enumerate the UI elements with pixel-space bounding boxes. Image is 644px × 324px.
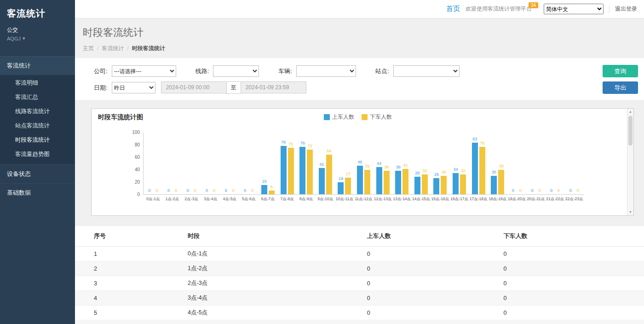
x-axis-label: 4点-5点 <box>223 197 236 202</box>
table-cell: 0 <box>499 291 644 306</box>
y-axis-tick: 60 <box>125 155 140 160</box>
bar-group: 0019点-20点 <box>507 133 527 194</box>
scrollbar-thumb[interactable] <box>628 116 632 145</box>
bar-group: 837617点-18点 <box>469 133 488 194</box>
bar-value-label: 38 <box>384 165 389 169</box>
language-select[interactable]: 简体中文 <box>544 4 604 14</box>
bar: 38 <box>395 171 401 194</box>
bar-value-label: 0 <box>187 188 189 193</box>
table-header-row: 序号 时段 上车人数 下车人数 <box>75 226 644 247</box>
bar: 76 <box>299 147 305 194</box>
bar-value-label: 0 <box>577 188 579 193</box>
bar-value-label: 0 <box>558 188 560 193</box>
export-button[interactable]: 导出 <box>603 81 638 94</box>
date-label: 日期: <box>94 84 108 92</box>
bar: 75 <box>288 148 294 194</box>
app-title: 客流统计 <box>0 0 75 21</box>
x-axis-label: 6点-7点 <box>261 197 275 202</box>
sidebar-item[interactable]: 时段客流统计 <box>0 133 75 147</box>
chart-panel: 时段车流统计图 上车人数下车人数 020406080100000点-1点001点… <box>91 108 634 216</box>
vehicle-select[interactable] <box>296 65 356 77</box>
station-select[interactable] <box>393 65 460 77</box>
sidebar-section-1[interactable]: 设备状态 <box>0 164 75 183</box>
sidebar-item[interactable]: 客流明细 <box>0 76 75 90</box>
bar-value-label: 39 <box>499 164 504 168</box>
breadcrumb-separator: / <box>97 45 98 52</box>
bar-group: 42649点-10点 <box>316 133 335 194</box>
company-select[interactable]: ---请选择--- <box>112 65 176 77</box>
date-to-input[interactable] <box>241 81 306 93</box>
sidebar-item[interactable]: 客流汇总 <box>0 90 75 104</box>
logout-link[interactable]: 退出登录 <box>609 5 637 13</box>
bar-group: 343216点-17点 <box>450 133 469 194</box>
bar: 72 <box>307 150 313 194</box>
table-cell: 4 <box>75 291 183 306</box>
table-cell: 5点-6点 <box>183 320 362 324</box>
table-cell: 0点-1点 <box>183 247 362 261</box>
bar-group: 463911点-12点 <box>354 133 374 194</box>
scroll-down-icon[interactable]: ▼ <box>627 209 633 215</box>
bar-group: 384113点-14点 <box>392 133 412 194</box>
bar-value-label: 19 <box>339 176 343 181</box>
bar-group: 78757点-8点 <box>277 133 297 194</box>
table-cell: 0 <box>362 276 499 291</box>
line-select[interactable] <box>213 65 259 77</box>
sidebar-section-0[interactable]: 客流统计 <box>0 56 75 75</box>
sidebar: 客流统计 公交 AQGJ ▾ 客流统计客流明细客流汇总线路客流统计站点客流统计时… <box>0 0 75 324</box>
bar-value-label: 30 <box>492 170 496 174</box>
bar-group: 443812点-13点 <box>373 133 392 194</box>
chart-scrollbar[interactable]: ▲ ▼ <box>627 109 633 215</box>
bar: 83 <box>472 143 478 194</box>
legend-label: 上车人数 <box>332 113 354 121</box>
bar-value-label: 0 <box>244 188 246 193</box>
breadcrumb-section[interactable]: 客流统计 <box>102 45 124 52</box>
bar-group: 000点-1点 <box>144 133 163 194</box>
bar-value-label: 0 <box>531 188 533 193</box>
x-axis-label: 2点-3点 <box>184 197 198 202</box>
date-preset-select[interactable]: 昨日 <box>112 82 155 93</box>
sidebar-section-2[interactable]: 基础数据 <box>0 183 75 202</box>
bar-group: 1566点-7点 <box>259 133 278 194</box>
x-axis-label: 9点-10点 <box>317 197 333 202</box>
bar-group: 003点-4点 <box>201 133 220 194</box>
table-cell: 0 <box>499 276 644 291</box>
topbar: 首页 欢迎使用客流统计管理平台34 简体中文 退出登录 <box>75 0 644 18</box>
x-axis-label: 0点-1点 <box>146 197 160 202</box>
sidebar-submenu: 客流明细客流汇总线路客流统计站点客流统计时段客流统计客流量趋势图 <box>0 75 75 164</box>
bar: 39 <box>498 170 504 194</box>
sidebar-item[interactable]: 客流量趋势图 <box>0 147 75 162</box>
x-axis-label: 19点-20点 <box>508 197 526 202</box>
org-selector[interactable]: AQGJ ▾ <box>0 34 75 46</box>
breadcrumb-home[interactable]: 主页 <box>83 45 94 52</box>
table-cell: 0 <box>362 261 499 276</box>
scroll-up-icon[interactable]: ▲ <box>627 109 633 115</box>
x-axis-label: 18点-19点 <box>489 197 506 202</box>
bar-value-label: 34 <box>454 167 458 172</box>
legend-item: 下车人数 <box>362 113 392 121</box>
home-link[interactable]: 首页 <box>446 5 460 13</box>
bar-group: 283214点-15点 <box>412 133 431 194</box>
bar-value-label: 44 <box>377 161 381 166</box>
data-table-panel: 序号 时段 上车人数 下车人数 10点-1点0021点-2点0032点-3点00… <box>75 226 644 324</box>
sidebar-item[interactable]: 站点客流统计 <box>0 119 75 133</box>
bar-value-label: 27 <box>346 172 351 176</box>
bar-group: 263015点-16点 <box>431 133 450 194</box>
sidebar-item[interactable]: 线路客流统计 <box>0 104 75 119</box>
bar-value-label: 64 <box>327 149 331 153</box>
bar: 76 <box>479 147 485 194</box>
notification-badge[interactable]: 34 <box>529 2 538 8</box>
page-title: 时段客流统计 <box>83 26 636 40</box>
bar-value-label: 0 <box>519 188 522 193</box>
bar: 27 <box>345 178 351 194</box>
table-cell: 3点-4点 <box>183 291 362 306</box>
bar-value-label: 28 <box>415 171 420 175</box>
legend-label: 下车人数 <box>370 113 392 121</box>
bar: 19 <box>338 182 344 194</box>
table-cell: 0 <box>499 261 644 276</box>
bar-value-label: 15 <box>262 179 266 184</box>
query-button[interactable]: 查询 <box>603 65 638 77</box>
bar-group: 0020点-21点 <box>526 133 546 194</box>
y-axis-tick: 20 <box>125 179 140 185</box>
date-from-input[interactable] <box>161 81 226 93</box>
col-header-alighting: 下车人数 <box>499 226 644 247</box>
